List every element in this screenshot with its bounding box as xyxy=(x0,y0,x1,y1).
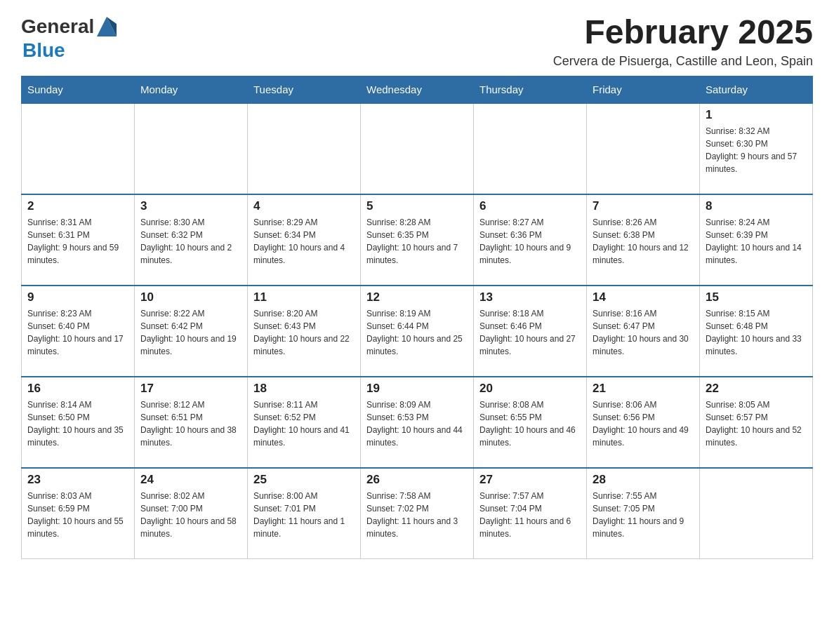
day-number: 18 xyxy=(253,382,355,396)
day-cell: 24Sunrise: 8:02 AMSunset: 7:00 PMDayligh… xyxy=(135,468,248,559)
day-info: Sunrise: 8:23 AMSunset: 6:40 PMDaylight:… xyxy=(27,307,128,358)
day-cell: 12Sunrise: 8:19 AMSunset: 6:44 PMDayligh… xyxy=(361,286,474,377)
day-number: 7 xyxy=(593,199,694,213)
week-row-1: 1Sunrise: 8:32 AMSunset: 6:30 PMDaylight… xyxy=(22,103,813,194)
day-number: 23 xyxy=(27,473,128,487)
day-number: 10 xyxy=(140,290,241,304)
header-tuesday: Tuesday xyxy=(248,76,361,103)
day-number: 16 xyxy=(27,382,128,396)
day-info: Sunrise: 8:22 AMSunset: 6:42 PMDaylight:… xyxy=(140,307,241,358)
logo: General Blue xyxy=(21,14,119,62)
day-cell: 7Sunrise: 8:26 AMSunset: 6:38 PMDaylight… xyxy=(587,194,700,286)
header-friday: Friday xyxy=(587,76,700,103)
day-cell xyxy=(361,103,474,194)
day-info: Sunrise: 8:32 AMSunset: 6:30 PMDaylight:… xyxy=(706,125,807,175)
day-cell: 25Sunrise: 8:00 AMSunset: 7:01 PMDayligh… xyxy=(248,468,361,559)
day-cell xyxy=(22,103,135,194)
day-info: Sunrise: 7:57 AMSunset: 7:04 PMDaylight:… xyxy=(479,490,581,540)
day-info: Sunrise: 8:31 AMSunset: 6:31 PMDaylight:… xyxy=(27,216,128,267)
day-number: 21 xyxy=(593,382,694,396)
day-info: Sunrise: 8:12 AMSunset: 6:51 PMDaylight:… xyxy=(140,398,241,449)
header-thursday: Thursday xyxy=(474,76,587,103)
day-cell: 20Sunrise: 8:08 AMSunset: 6:55 PMDayligh… xyxy=(474,377,587,468)
header-sunday: Sunday xyxy=(22,76,135,103)
day-info: Sunrise: 8:27 AMSunset: 6:36 PMDaylight:… xyxy=(479,216,581,267)
day-number: 24 xyxy=(140,473,241,487)
day-info: Sunrise: 8:18 AMSunset: 6:46 PMDaylight:… xyxy=(479,307,581,358)
day-number: 22 xyxy=(706,382,807,396)
day-cell: 13Sunrise: 8:18 AMSunset: 6:46 PMDayligh… xyxy=(474,286,587,377)
header-saturday: Saturday xyxy=(700,76,813,103)
day-cell xyxy=(700,468,813,559)
day-number: 1 xyxy=(706,108,807,122)
day-number: 25 xyxy=(253,473,355,487)
header-wednesday: Wednesday xyxy=(361,76,474,103)
day-number: 19 xyxy=(366,382,468,396)
day-cell xyxy=(135,103,248,194)
day-cell: 15Sunrise: 8:15 AMSunset: 6:48 PMDayligh… xyxy=(700,286,813,377)
logo-general-text: General xyxy=(21,15,94,38)
day-info: Sunrise: 8:20 AMSunset: 6:43 PMDaylight:… xyxy=(253,307,355,358)
day-number: 6 xyxy=(479,199,581,213)
day-number: 12 xyxy=(366,290,468,304)
day-cell: 4Sunrise: 8:29 AMSunset: 6:34 PMDaylight… xyxy=(248,194,361,286)
day-cell: 27Sunrise: 7:57 AMSunset: 7:04 PMDayligh… xyxy=(474,468,587,559)
day-cell: 5Sunrise: 8:28 AMSunset: 6:35 PMDaylight… xyxy=(361,194,474,286)
day-info: Sunrise: 8:15 AMSunset: 6:48 PMDaylight:… xyxy=(706,307,807,358)
day-cell xyxy=(474,103,587,194)
day-info: Sunrise: 8:24 AMSunset: 6:39 PMDaylight:… xyxy=(706,216,807,267)
day-cell: 6Sunrise: 8:27 AMSunset: 6:36 PMDaylight… xyxy=(474,194,587,286)
day-number: 3 xyxy=(140,199,241,213)
day-cell: 8Sunrise: 8:24 AMSunset: 6:39 PMDaylight… xyxy=(700,194,813,286)
day-cell: 16Sunrise: 8:14 AMSunset: 6:50 PMDayligh… xyxy=(22,377,135,468)
day-number: 8 xyxy=(706,199,807,213)
day-info: Sunrise: 8:02 AMSunset: 7:00 PMDaylight:… xyxy=(140,490,241,540)
day-cell: 23Sunrise: 8:03 AMSunset: 6:59 PMDayligh… xyxy=(22,468,135,559)
day-cell: 1Sunrise: 8:32 AMSunset: 6:30 PMDaylight… xyxy=(700,103,813,194)
header-monday: Monday xyxy=(135,76,248,103)
week-row-4: 16Sunrise: 8:14 AMSunset: 6:50 PMDayligh… xyxy=(22,377,813,468)
day-info: Sunrise: 8:11 AMSunset: 6:52 PMDaylight:… xyxy=(253,398,355,449)
day-cell xyxy=(587,103,700,194)
day-number: 27 xyxy=(479,473,581,487)
logo-triangle-icon xyxy=(94,14,119,39)
day-info: Sunrise: 8:14 AMSunset: 6:50 PMDaylight:… xyxy=(27,398,128,449)
day-cell: 18Sunrise: 8:11 AMSunset: 6:52 PMDayligh… xyxy=(248,377,361,468)
day-info: Sunrise: 7:55 AMSunset: 7:05 PMDaylight:… xyxy=(593,490,694,540)
day-number: 4 xyxy=(253,199,355,213)
day-info: Sunrise: 8:16 AMSunset: 6:47 PMDaylight:… xyxy=(593,307,694,358)
day-info: Sunrise: 8:09 AMSunset: 6:53 PMDaylight:… xyxy=(366,398,468,449)
day-number: 26 xyxy=(366,473,468,487)
day-cell: 26Sunrise: 7:58 AMSunset: 7:02 PMDayligh… xyxy=(361,468,474,559)
day-info: Sunrise: 8:29 AMSunset: 6:34 PMDaylight:… xyxy=(253,216,355,267)
day-info: Sunrise: 8:06 AMSunset: 6:56 PMDaylight:… xyxy=(593,398,694,449)
day-cell: 2Sunrise: 8:31 AMSunset: 6:31 PMDaylight… xyxy=(22,194,135,286)
location-subtitle: Cervera de Pisuerga, Castille and Leon, … xyxy=(553,54,813,69)
day-number: 9 xyxy=(27,290,128,304)
calendar-table: Sunday Monday Tuesday Wednesday Thursday… xyxy=(21,76,813,560)
day-info: Sunrise: 8:19 AMSunset: 6:44 PMDaylight:… xyxy=(366,307,468,358)
day-info: Sunrise: 8:26 AMSunset: 6:38 PMDaylight:… xyxy=(593,216,694,267)
week-row-3: 9Sunrise: 8:23 AMSunset: 6:40 PMDaylight… xyxy=(22,286,813,377)
day-number: 11 xyxy=(253,290,355,304)
day-number: 13 xyxy=(479,290,581,304)
day-number: 14 xyxy=(593,290,694,304)
day-info: Sunrise: 8:03 AMSunset: 6:59 PMDaylight:… xyxy=(27,490,128,540)
day-cell: 9Sunrise: 8:23 AMSunset: 6:40 PMDaylight… xyxy=(22,286,135,377)
day-info: Sunrise: 7:58 AMSunset: 7:02 PMDaylight:… xyxy=(366,490,468,540)
month-title: February 2025 xyxy=(553,14,813,51)
day-number: 15 xyxy=(706,290,807,304)
day-cell: 3Sunrise: 8:30 AMSunset: 6:32 PMDaylight… xyxy=(135,194,248,286)
day-cell: 19Sunrise: 8:09 AMSunset: 6:53 PMDayligh… xyxy=(361,377,474,468)
day-number: 20 xyxy=(479,382,581,396)
week-row-5: 23Sunrise: 8:03 AMSunset: 6:59 PMDayligh… xyxy=(22,468,813,559)
calendar-header-row: Sunday Monday Tuesday Wednesday Thursday… xyxy=(22,76,813,103)
day-cell: 28Sunrise: 7:55 AMSunset: 7:05 PMDayligh… xyxy=(587,468,700,559)
week-row-2: 2Sunrise: 8:31 AMSunset: 6:31 PMDaylight… xyxy=(22,194,813,286)
day-info: Sunrise: 8:00 AMSunset: 7:01 PMDaylight:… xyxy=(253,490,355,540)
day-cell: 21Sunrise: 8:06 AMSunset: 6:56 PMDayligh… xyxy=(587,377,700,468)
day-cell: 11Sunrise: 8:20 AMSunset: 6:43 PMDayligh… xyxy=(248,286,361,377)
day-info: Sunrise: 8:30 AMSunset: 6:32 PMDaylight:… xyxy=(140,216,241,267)
title-section: February 2025 Cervera de Pisuerga, Casti… xyxy=(553,14,813,69)
logo-blue-text: Blue xyxy=(22,39,119,62)
